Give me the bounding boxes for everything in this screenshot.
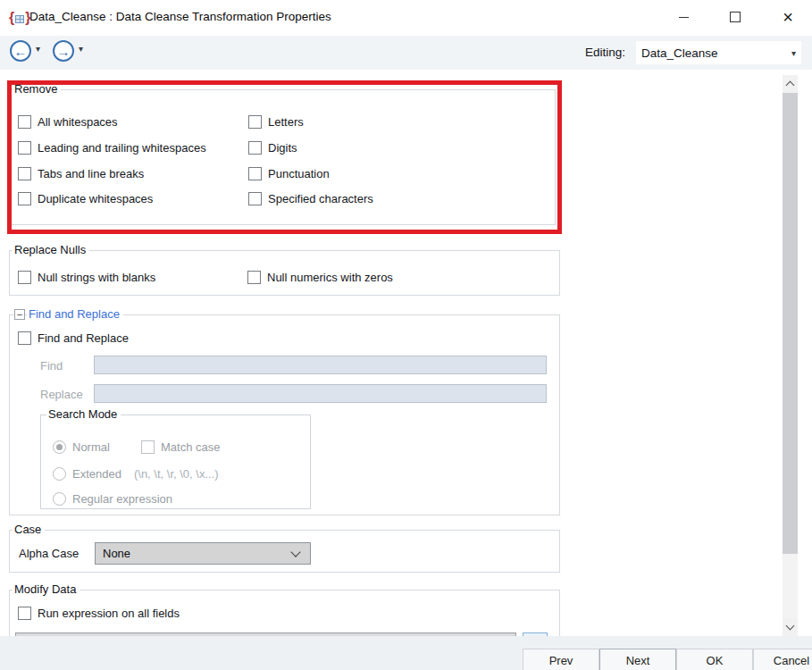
group-remove-title: Remove	[13, 82, 61, 96]
group-modify-data: Modify Data Run expression on all fields	[9, 590, 560, 636]
group-search-mode: Search Mode Normal Match case Extended(\…	[40, 415, 311, 509]
checkbox-label: Tabs and line breaks	[38, 167, 144, 180]
alpha-case-dropdown[interactable]: None	[95, 542, 311, 565]
scrollbar-thumb[interactable]	[783, 93, 798, 554]
back-dropdown-caret-icon[interactable]: ▾	[36, 44, 40, 54]
forward-button[interactable]: →	[53, 40, 74, 62]
radio-extended	[53, 467, 66, 481]
close-icon: ×	[783, 7, 793, 28]
group-modify-data-title: Modify Data	[13, 582, 80, 596]
cancel-button[interactable]: Cancel	[753, 649, 812, 670]
checkbox-null-strings-blanks[interactable]	[18, 271, 31, 284]
radio-label: Normal	[72, 440, 110, 454]
ok-button[interactable]: OK	[676, 649, 753, 670]
minimize-icon	[679, 17, 689, 18]
group-replace-nulls-title: Replace Nulls	[13, 243, 89, 256]
checkbox-label: Letters	[268, 115, 304, 129]
radio-normal	[53, 440, 66, 454]
app-icon-brace-left: {	[9, 9, 14, 27]
title-bar: {} Data_Cleanse : Data Cleanse Transform…	[0, 0, 812, 36]
checkbox-digits[interactable]	[248, 141, 262, 155]
checkbox-label: Digits	[268, 141, 297, 155]
find-label: Find	[40, 359, 63, 373]
checkbox-all-whitespaces[interactable]	[18, 115, 31, 129]
toolbar: ← ▾ → ▾ Editing: Data_Cleanse ▾	[0, 36, 812, 70]
dialog-window: { "window": { "title": "Data_Cleanse : D…	[0, 0, 812, 670]
alpha-case-value: None	[96, 547, 292, 560]
chevron-down-icon	[786, 622, 795, 631]
next-button[interactable]: Next	[599, 649, 676, 670]
group-case-title: Case	[13, 523, 45, 536]
checkbox-leading-trailing-whitespaces[interactable]	[18, 141, 31, 155]
dialog-footer: Prev Next OK Cancel	[0, 636, 812, 670]
checkbox-label: Match case	[161, 440, 220, 454]
collapse-toggle[interactable]: −	[14, 309, 25, 320]
radio-label: Regular expression	[72, 492, 172, 506]
checkbox-duplicate-whitespaces[interactable]	[18, 192, 31, 205]
editing-dropdown-value: Data_Cleanse	[636, 46, 791, 60]
vertical-scrollbar[interactable]	[783, 75, 798, 636]
chevron-down-icon	[290, 547, 300, 557]
checkbox-null-numerics-zeros[interactable]	[247, 271, 261, 284]
checkbox-label: Run expression on all fields	[38, 607, 180, 620]
chevron-down-icon: ▾	[791, 48, 801, 58]
checkbox-run-expression-all-fields[interactable]	[18, 607, 31, 620]
group-case: Case Alpha Case None	[9, 530, 560, 573]
checkbox-label: Null strings with blanks	[38, 271, 155, 284]
radio-regular-expression	[53, 492, 66, 506]
checkbox-label: Specified characters	[268, 192, 373, 205]
minus-icon: −	[17, 310, 22, 320]
extended-hint: (\n, \t, \r, \0, \x...)	[134, 467, 219, 481]
group-replace-nulls: Replace Nulls Null strings with blanks N…	[9, 250, 560, 296]
alpha-case-label: Alpha Case	[19, 547, 79, 560]
replace-input	[94, 384, 547, 403]
app-icon: {}	[9, 8, 30, 28]
chevron-up-icon	[786, 81, 795, 90]
properties-panel: Remove All whitespaces Leading and trail…	[0, 70, 812, 636]
checkbox-punctuation[interactable]	[248, 167, 262, 180]
group-find-replace: − Find and Replace Find and Replace Find…	[9, 314, 560, 515]
app-icon-grid	[15, 15, 24, 23]
checkbox-match-case	[141, 440, 155, 454]
replace-label: Replace	[40, 388, 83, 401]
checkbox-label: Find and Replace	[38, 331, 129, 345]
checkbox-specified-characters[interactable]	[248, 192, 262, 205]
checkbox-find-and-replace[interactable]	[18, 331, 31, 345]
checkbox-letters[interactable]	[248, 115, 262, 129]
back-button[interactable]: ←	[10, 40, 31, 62]
checkbox-tabs-line-breaks[interactable]	[18, 167, 31, 180]
back-icon: ←	[14, 45, 28, 58]
group-remove: Remove All whitespaces Leading and trail…	[10, 89, 556, 225]
window-title: Data_Cleanse : Data Cleanse Transformati…	[29, 10, 331, 23]
minimize-button[interactable]	[666, 0, 701, 34]
scroll-down-button[interactable]	[783, 618, 798, 636]
checkbox-label: Punctuation	[268, 167, 330, 180]
maximize-icon	[730, 12, 741, 22]
group-search-mode-title: Search Mode	[46, 407, 121, 421]
maximize-button[interactable]	[717, 0, 753, 34]
editing-label: Editing:	[585, 46, 625, 59]
radio-label: Extended	[72, 467, 121, 481]
checkbox-label: Null numerics with zeros	[267, 271, 393, 284]
forward-icon: →	[57, 45, 71, 58]
group-find-replace-title: Find and Replace	[27, 307, 123, 321]
checkbox-label: Duplicate whitespaces	[38, 192, 153, 205]
prev-button[interactable]: Prev	[523, 649, 599, 670]
close-button[interactable]: ×	[770, 0, 806, 34]
scroll-up-button[interactable]	[783, 75, 798, 93]
editing-dropdown[interactable]: Data_Cleanse ▾	[636, 41, 801, 64]
checkbox-label: All whitespaces	[38, 115, 118, 129]
checkbox-label: Leading and trailing whitespaces	[38, 141, 206, 155]
find-input	[94, 356, 547, 374]
forward-dropdown-caret-icon[interactable]: ▾	[79, 44, 83, 54]
